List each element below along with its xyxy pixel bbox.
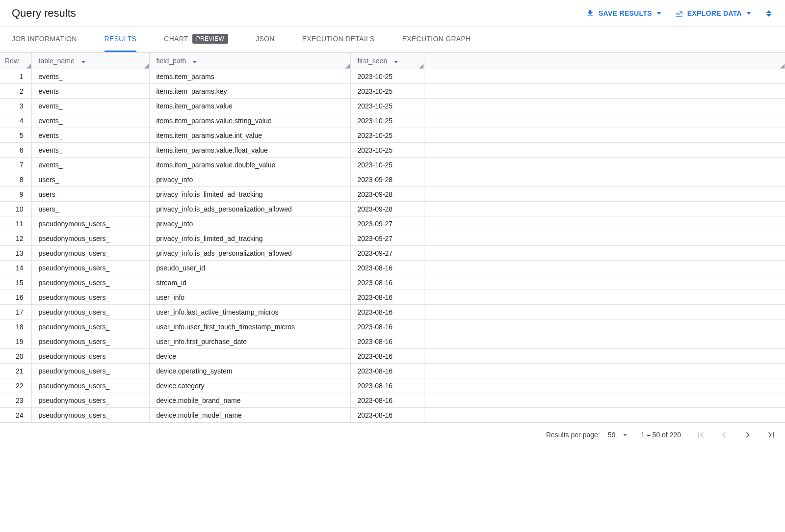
cell-field-path: privacy_info: [149, 172, 350, 187]
table-row: 17pseudonymous_users_user_info.last_acti…: [0, 305, 785, 319]
row-number: 13: [0, 246, 31, 261]
table-row: 19pseudonymous_users_user_info.first_pur…: [0, 334, 785, 349]
cell-table-name: events_: [31, 158, 149, 172]
column-header-empty: ◢: [424, 53, 785, 69]
tab-execution-graph[interactable]: EXECUTION GRAPH: [402, 27, 471, 52]
cell-field-path: privacy_info.is_limited_ad_tracking: [149, 231, 350, 246]
cell-empty: [424, 261, 785, 275]
table-row: 2events_items.item_params.key2023-10-25: [0, 84, 785, 99]
cell-field-path: user_info: [149, 290, 350, 305]
cell-first-seen: 2023-08-16: [350, 349, 424, 364]
tab-json[interactable]: JSON: [256, 27, 275, 52]
row-number: 11: [0, 216, 31, 231]
table-row: 1events_items.item_params2023-10-25: [0, 69, 785, 84]
explore-data-label: EXPLORE DATA: [687, 9, 742, 17]
next-page-button[interactable]: [742, 429, 754, 441]
page-size-selector[interactable]: 50: [608, 431, 628, 439]
column-header-row[interactable]: Row ◢: [0, 53, 31, 69]
download-icon: [586, 9, 595, 18]
column-header-first-seen[interactable]: first_seen ◢: [350, 53, 424, 69]
cell-table-name: pseudonymous_users_: [31, 275, 149, 290]
cell-table-name: users_: [31, 202, 149, 216]
results-header: Query results SAVE RESULTS EXPLORE DATA: [0, 0, 785, 27]
cell-first-seen: 2023-10-25: [350, 113, 424, 128]
pagination-range: 1 – 50 of 220: [641, 431, 681, 439]
tab-job-information[interactable]: JOB INFORMATION: [12, 27, 77, 52]
row-number: 20: [0, 349, 31, 364]
chart-icon: [675, 9, 683, 18]
cell-field-path: items.item_params.key: [149, 84, 350, 99]
cell-field-path: user_info.user_first_touch_timestamp_mic…: [149, 319, 350, 334]
row-number: 1: [0, 69, 31, 84]
cell-field-path: user_info.first_purchase_date: [149, 334, 350, 349]
table-row: 7events_items.item_params.value.double_v…: [0, 158, 785, 172]
expand-collapse-button[interactable]: [764, 8, 773, 19]
cell-field-path: privacy_info.is_ads_personalization_allo…: [149, 202, 350, 216]
resize-handle-icon[interactable]: ◢: [780, 64, 784, 68]
column-header-field-path[interactable]: field_path ◢: [149, 53, 350, 69]
page-title: Query results: [12, 7, 76, 20]
cell-first-seen: 2023-10-25: [350, 128, 424, 143]
cell-table-name: users_: [31, 172, 149, 187]
sort-icon[interactable]: [394, 61, 398, 63]
prev-page-button[interactable]: [718, 429, 730, 441]
table-row: 4events_items.item_params.value.string_v…: [0, 113, 785, 128]
cell-first-seen: 2023-09-27: [350, 216, 424, 231]
cell-table-name: pseudonymous_users_: [31, 378, 149, 393]
tab-results[interactable]: RESULTS: [105, 27, 137, 52]
first-page-button[interactable]: [695, 429, 706, 441]
cell-empty: [424, 305, 785, 319]
table-row: 12pseudonymous_users_privacy_info.is_lim…: [0, 231, 785, 246]
row-number: 10: [0, 202, 31, 216]
tab-execution-details[interactable]: EXECUTION DETAILS: [302, 27, 375, 52]
chevron-down-icon: [623, 434, 627, 436]
chevron-left-icon: [719, 429, 730, 440]
resize-handle-icon[interactable]: ◢: [144, 64, 148, 68]
cell-first-seen: 2023-08-16: [350, 290, 424, 305]
cell-field-path: device.mobile_model_name: [149, 408, 350, 423]
cell-empty: [424, 334, 785, 349]
resize-handle-icon[interactable]: ◢: [419, 64, 423, 68]
row-number: 15: [0, 275, 31, 290]
cell-first-seen: 2023-09-27: [350, 246, 424, 261]
cell-empty: [424, 290, 785, 305]
cell-empty: [424, 158, 785, 172]
column-header-table-name[interactable]: table_name ◢: [31, 53, 149, 69]
chevron-up-icon: [766, 10, 771, 13]
row-number: 5: [0, 128, 31, 143]
cell-first-seen: 2023-08-16: [350, 261, 424, 275]
save-results-button[interactable]: SAVE RESULTS: [586, 9, 661, 18]
cell-field-path: items.item_params.value.int_value: [149, 128, 350, 143]
cell-empty: [424, 69, 785, 84]
resize-handle-icon[interactable]: ◢: [345, 64, 349, 68]
row-number: 9: [0, 187, 31, 202]
cell-table-name: users_: [31, 187, 149, 202]
sort-icon[interactable]: [193, 61, 197, 63]
chevron-down-icon: [657, 12, 661, 15]
sort-icon[interactable]: [81, 61, 85, 63]
row-number: 16: [0, 290, 31, 305]
cell-empty: [424, 84, 785, 99]
table-row: 8users_privacy_info2023-09-28: [0, 172, 785, 187]
cell-first-seen: 2023-09-28: [350, 202, 424, 216]
cell-empty: [424, 349, 785, 364]
cell-table-name: pseudonymous_users_: [31, 319, 149, 334]
cell-table-name: events_: [31, 113, 149, 128]
first-page-icon: [695, 429, 706, 440]
cell-field-path: items.item_params: [149, 69, 350, 84]
explore-data-button[interactable]: EXPLORE DATA: [675, 9, 751, 18]
resize-handle-icon[interactable]: ◢: [26, 64, 30, 68]
tab-chart[interactable]: CHART PREVIEW: [164, 27, 228, 52]
cell-empty: [424, 172, 785, 187]
last-page-button[interactable]: [765, 429, 777, 441]
table-row: 13pseudonymous_users_privacy_info.is_ads…: [0, 246, 785, 261]
cell-table-name: pseudonymous_users_: [31, 305, 149, 319]
cell-first-seen: 2023-10-25: [350, 99, 424, 113]
cell-field-path: items.item_params.value: [149, 99, 350, 113]
cell-table-name: events_: [31, 143, 149, 158]
row-number: 8: [0, 172, 31, 187]
cell-table-name: events_: [31, 84, 149, 99]
cell-first-seen: 2023-08-16: [350, 334, 424, 349]
cell-field-path: device.category: [149, 378, 350, 393]
cell-field-path: items.item_params.value.string_value: [149, 113, 350, 128]
